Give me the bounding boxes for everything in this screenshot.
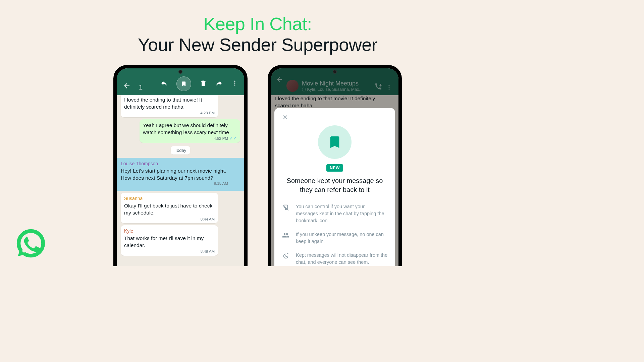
message-text: That works for me! I'll save it in my ca… [124,235,204,248]
bookmark-off-icon [282,203,290,211]
message-text: Okay I'll get back to just have to check… [124,203,212,216]
date-divider: Today [171,146,191,155]
message-time: 8:48 AM [201,249,215,254]
message-time: 4:23 PM [200,111,215,116]
incoming-message[interactable]: Kyle That works for me! I'll save it in … [121,225,218,256]
message-text: Hey! Let's start planning our next movie… [121,168,226,181]
modal-point-text: Kept messages will not disappear from th… [296,252,388,266]
reply-icon[interactable] [160,79,168,88]
phone-mockup-modal: Movie Night Meetups Kyle, Louise, Susann… [268,65,402,266]
message-text: I loved the ending to that movie! It def… [124,97,202,110]
new-badge: NEW [326,164,343,172]
title-line-2: Your New Sender Superpower [0,34,515,55]
svg-point-1 [234,82,235,83]
message-time: 8:44 AM [201,217,215,222]
selection-count: 1 [139,83,143,91]
svg-point-0 [234,81,235,82]
title-line-1: Keep In Chat: [0,13,515,34]
more-menu-icon[interactable] [231,80,238,88]
phone-camera-dot [333,70,337,74]
whatsapp-logo-icon [16,229,46,259]
outgoing-message[interactable]: Yeah I agree but we should definitely wa… [140,119,240,143]
message-text: Yeah I agree but we should definitely wa… [143,122,229,135]
delete-icon[interactable] [200,80,207,88]
close-icon[interactable] [282,114,388,123]
incoming-message[interactable]: Susanna Okay I'll get back to just have … [121,193,218,223]
bookmark-hero-icon [318,125,352,159]
page-title-block: Keep In Chat: Your New Sender Superpower [0,0,515,55]
message-time: 8:15 AM [214,181,228,186]
people-icon [282,231,290,239]
read-ticks-icon: ✓✓ [229,136,237,141]
back-arrow-icon[interactable] [123,82,131,91]
modal-info-row: You can control if you want your message… [282,203,388,224]
incoming-message[interactable]: I loved the ending to that movie! It def… [121,95,218,117]
kept-message-modal: NEW Someone kept your message so they ca… [274,108,395,266]
svg-point-2 [234,84,235,85]
forward-icon[interactable] [215,79,223,88]
sender-name: Kyle [124,228,215,234]
modal-info-row: If you unkeep your message, no one can k… [282,231,388,245]
modal-point-text: You can control if you want your message… [296,203,388,224]
chat-message-list: I loved the ending to that movie! It def… [117,95,244,256]
timer-icon [282,252,290,260]
keep-bookmark-button[interactable] [176,76,191,91]
modal-title: Someone kept your message so they can re… [282,176,388,194]
modal-info-row: Kept messages will not disappear from th… [282,252,388,266]
modal-point-text: If you unkeep your message, no one can k… [296,231,388,245]
selected-message-row[interactable]: Louise Thompson Hey! Let's start plannin… [117,158,244,191]
sender-name: Susanna [124,195,215,202]
phone-mockup-chat: 1 [113,65,248,266]
sender-name: Louise Thompson [121,161,228,167]
phone-camera-dot [178,70,182,74]
message-time: 4:52 PM✓✓ [214,135,237,141]
